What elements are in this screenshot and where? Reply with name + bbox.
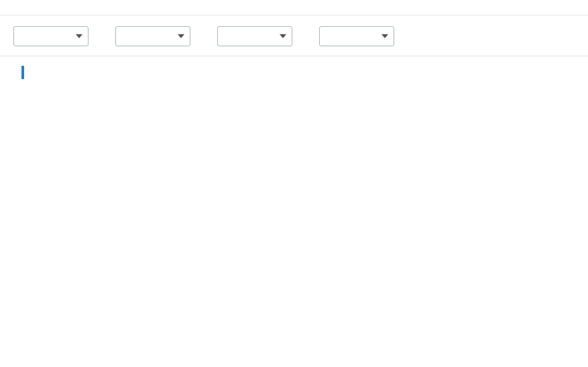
period-select[interactable] — [319, 26, 394, 46]
legend-row — [0, 56, 588, 83]
panel-header — [0, 0, 588, 15]
control-period — [319, 23, 394, 46]
caret-down-icon — [178, 34, 184, 38]
statistic-select[interactable] — [115, 26, 190, 46]
metrics-chart — [13, 83, 575, 328]
legend-swatch — [21, 66, 24, 79]
caret-down-icon — [76, 34, 82, 38]
control-timerange — [217, 23, 292, 46]
metric-select[interactable] — [13, 26, 89, 46]
caret-down-icon — [280, 34, 286, 38]
chart-container — [0, 83, 588, 336]
caret-down-icon — [381, 34, 388, 38]
controls-row — [0, 15, 588, 56]
control-statistic — [115, 23, 190, 46]
timerange-select[interactable] — [217, 26, 292, 46]
control-metric — [13, 23, 89, 46]
